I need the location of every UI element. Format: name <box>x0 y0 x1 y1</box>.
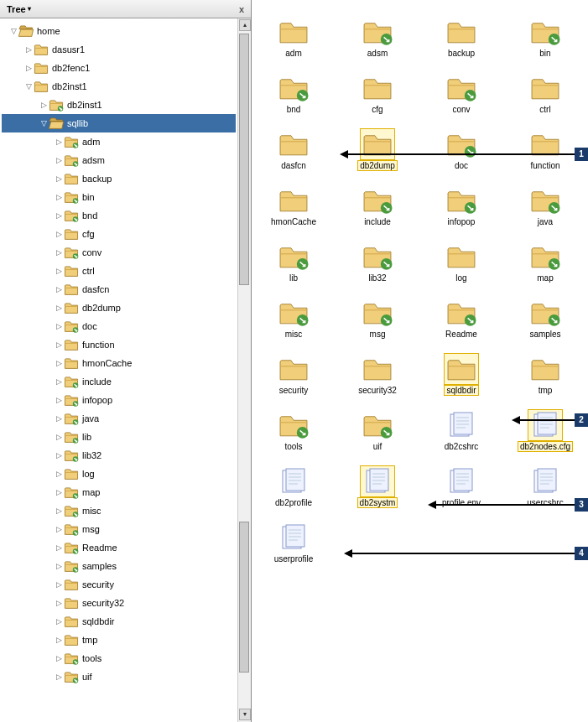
tree-node[interactable]: ▷dasfcn <box>2 280 236 299</box>
expander-icon[interactable]: ▷ <box>54 138 64 146</box>
grid-item[interactable]: cfg <box>352 73 403 114</box>
expander-icon[interactable]: ▷ <box>54 488 64 496</box>
tree-node[interactable]: ▷bin <box>2 188 236 206</box>
expander-icon[interactable]: ▷ <box>54 543 64 552</box>
tree-node[interactable]: ▷msg <box>2 520 236 538</box>
grid-item[interactable]: misc <box>268 298 319 339</box>
tree-node[interactable]: ▷lib32 <box>2 446 236 465</box>
grid-item[interactable]: profile.env <box>436 466 487 507</box>
tree-node[interactable]: ▷map <box>2 483 236 501</box>
grid-item[interactable]: db2profile <box>268 466 319 507</box>
tree-node[interactable]: ▷include <box>2 372 236 391</box>
tree-node[interactable]: ▷function <box>2 335 236 354</box>
scroll-thumb[interactable] <box>239 34 249 285</box>
grid-item[interactable]: backup <box>436 17 487 58</box>
tree-node[interactable]: ▷samples <box>2 557 236 575</box>
expander-icon[interactable]: ▷ <box>54 414 64 423</box>
close-icon[interactable]: x <box>239 4 244 14</box>
grid-item[interactable]: Readme <box>436 298 487 339</box>
grid-item[interactable]: db2systm <box>352 466 403 507</box>
grid-item[interactable]: tmp <box>520 354 570 395</box>
grid-item[interactable]: ctrl <box>520 73 570 114</box>
expander-icon[interactable]: ▷ <box>54 654 64 662</box>
expander-icon[interactable]: ▷ <box>54 174 64 183</box>
expander-icon[interactable]: ▷ <box>39 101 49 109</box>
tree-node[interactable]: ▽db2inst1 <box>2 77 236 96</box>
tree-node[interactable]: ▷hmonCache <box>2 354 236 372</box>
expander-icon[interactable]: ▷ <box>54 433 64 441</box>
tree-node[interactable]: ▷adm <box>2 132 236 151</box>
tree-node[interactable]: ▷dasusr1 <box>2 40 236 59</box>
tree-node[interactable]: ▷cfg <box>2 225 236 243</box>
tree-node[interactable]: ▷tools <box>2 649 236 667</box>
grid-item[interactable]: sqldbdir <box>436 354 487 395</box>
tree-node[interactable]: ▷java <box>2 409 236 428</box>
tree-node[interactable]: ▷doc <box>2 317 236 335</box>
tree-node[interactable]: ▷sqldbdir <box>2 612 236 631</box>
tree-node[interactable]: ▷uif <box>2 667 236 686</box>
grid-item[interactable]: doc <box>436 129 487 170</box>
scroll-down-icon[interactable]: ▾ <box>239 709 251 720</box>
grid-item[interactable]: uif <box>352 410 403 451</box>
expander-icon[interactable]: ▷ <box>54 525 64 533</box>
expander-icon[interactable]: ▷ <box>54 396 64 404</box>
tree-node[interactable]: ▷security <box>2 575 236 594</box>
grid-item[interactable]: conv <box>436 73 487 114</box>
tree-node[interactable]: ▷Readme <box>2 538 236 557</box>
tree-node[interactable]: ▷db2dump <box>2 299 236 317</box>
expander-icon[interactable]: ▷ <box>54 193 64 201</box>
expander-icon[interactable]: ▷ <box>54 599 64 607</box>
tree-node[interactable]: ▷tmp <box>2 631 236 649</box>
expander-icon[interactable]: ▷ <box>54 470 64 478</box>
expander-icon[interactable]: ▷ <box>54 506 64 515</box>
expander-icon[interactable]: ▷ <box>54 359 64 367</box>
grid-item[interactable]: hmonCache <box>268 185 319 226</box>
tree-node[interactable]: ▷bnd <box>2 206 236 225</box>
grid-item[interactable]: db2cshrc <box>436 410 487 451</box>
expander-icon[interactable]: ▷ <box>23 45 34 54</box>
expander-icon[interactable]: ▷ <box>54 562 64 570</box>
expander-icon[interactable]: ▷ <box>54 673 64 681</box>
grid-item[interactable]: include <box>352 185 403 226</box>
tree-node[interactable]: ▷lib <box>2 428 236 446</box>
grid-item[interactable]: log <box>436 242 487 283</box>
expander-icon[interactable]: ▷ <box>54 636 64 644</box>
grid-item[interactable]: samples <box>520 298 570 339</box>
expander-icon[interactable]: ▷ <box>54 377 64 386</box>
grid-item[interactable]: adm <box>268 17 319 58</box>
expander-icon[interactable]: ▷ <box>23 64 34 72</box>
grid-item[interactable]: infopop <box>436 185 487 226</box>
grid-item[interactable]: db2nodes.cfg <box>520 410 570 451</box>
expander-icon[interactable]: ▽ <box>23 82 34 91</box>
grid-item[interactable]: java <box>520 185 570 226</box>
grid-item[interactable]: bnd <box>268 73 319 114</box>
grid-item[interactable]: userprofile <box>268 522 319 564</box>
tree-node[interactable]: ▷db2fenc1 <box>2 59 236 77</box>
expander-icon[interactable]: ▷ <box>54 340 64 349</box>
scroll-up-icon[interactable]: ▴ <box>239 19 251 31</box>
expander-icon[interactable]: ▷ <box>54 267 64 275</box>
grid-item[interactable]: msg <box>352 298 403 339</box>
tree-node[interactable]: ▽sqllib <box>2 114 236 132</box>
grid-item[interactable]: adsm <box>352 17 403 58</box>
grid-item[interactable]: db2dump <box>352 129 403 170</box>
tree-node[interactable]: ▷db2inst1 <box>2 96 236 114</box>
tree-node[interactable]: ▷infopop <box>2 391 236 409</box>
items-grid[interactable]: admadsmbackupbinbndcfgconvctrldasfcndb2d… <box>268 17 580 564</box>
expander-icon[interactable]: ▷ <box>54 285 64 293</box>
tree-node[interactable]: ▷ctrl <box>2 262 236 280</box>
expander-icon[interactable]: ▽ <box>8 27 18 35</box>
grid-item[interactable]: lib <box>268 242 319 283</box>
grid-item[interactable]: dasfcn <box>268 129 319 170</box>
expander-icon[interactable]: ▷ <box>54 248 64 257</box>
tree-node[interactable]: ▷misc <box>2 501 236 520</box>
expander-icon[interactable]: ▷ <box>54 617 64 626</box>
expander-icon[interactable]: ▷ <box>54 211 64 220</box>
expander-icon[interactable]: ▷ <box>54 451 64 460</box>
tree-node[interactable]: ▷adsm <box>2 151 236 169</box>
tree-view[interactable]: ▽home▷dasusr1▷db2fenc1▽db2inst1▷db2inst1… <box>0 18 237 722</box>
scrollbar[interactable]: ▴ ▾ <box>237 18 251 722</box>
grid-item[interactable]: security <box>268 354 319 395</box>
expander-icon[interactable]: ▷ <box>54 230 64 238</box>
expander-icon[interactable]: ▽ <box>39 119 49 127</box>
